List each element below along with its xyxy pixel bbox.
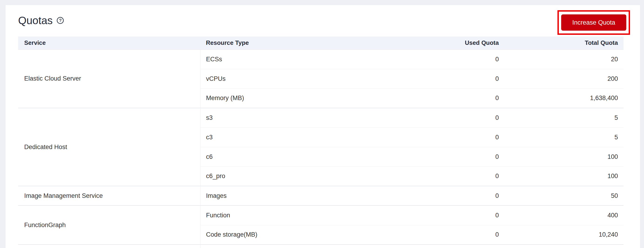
- content-panel: Quotas ? Service Resource Type Used Quot…: [6, 5, 640, 248]
- used-quota-cell: [360, 245, 499, 248]
- resource-type-cell: Function: [200, 206, 360, 225]
- total-quota-cell: 10,240: [499, 225, 624, 245]
- increase-quota-button[interactable]: Increase Quota: [561, 14, 626, 31]
- used-quota-cell: 0: [360, 89, 499, 108]
- column-header-service: Service: [18, 36, 200, 49]
- resource-type-cell: Code storage(MB): [200, 225, 360, 245]
- used-quota-cell: 0: [360, 166, 499, 186]
- resource-type-cell: c3: [200, 127, 360, 147]
- total-quota-cell: [499, 245, 624, 248]
- used-quota-cell: 0: [360, 225, 499, 245]
- table-row-partial: [18, 245, 624, 248]
- total-quota-cell: 200: [499, 69, 624, 89]
- resource-type-cell: c6: [200, 147, 360, 166]
- table-row: Dedicated Hosts305: [18, 108, 624, 127]
- total-quota-cell: 50: [499, 186, 624, 206]
- page-title: Quotas: [18, 15, 52, 26]
- table-row: Image Management ServiceImages050: [18, 186, 624, 206]
- resource-type-cell: Images: [200, 186, 360, 206]
- resource-type-cell: c6_pro: [200, 166, 360, 186]
- used-quota-cell: 0: [360, 206, 499, 225]
- resource-type-cell: ECSs: [200, 49, 360, 69]
- table-row: Elastic Cloud ServerECSs020: [18, 49, 624, 69]
- total-quota-cell: 100: [499, 147, 624, 166]
- resource-type-cell: Memory (MB): [200, 89, 360, 108]
- page-header: Quotas ?: [18, 5, 624, 27]
- used-quota-cell: 0: [360, 108, 499, 127]
- total-quota-cell: 20: [499, 49, 624, 69]
- used-quota-cell: 0: [360, 127, 499, 147]
- service-cell: Dedicated Host: [18, 108, 200, 186]
- service-cell: Image Management Service: [18, 186, 200, 206]
- column-header-total-quota: Total Quota: [499, 36, 624, 49]
- service-cell: Elastic Cloud Server: [18, 49, 200, 108]
- total-quota-cell: 1,638,400: [499, 89, 624, 108]
- help-icon[interactable]: ?: [57, 17, 64, 24]
- resource-type-cell: [200, 245, 360, 248]
- column-header-resource-type: Resource Type: [200, 36, 360, 49]
- used-quota-cell: 0: [360, 147, 499, 166]
- used-quota-cell: 0: [360, 69, 499, 89]
- table-header-row: Service Resource Type Used Quota Total Q…: [18, 36, 624, 49]
- total-quota-cell: 100: [499, 166, 624, 186]
- used-quota-cell: 0: [360, 49, 499, 69]
- resource-type-cell: vCPUs: [200, 69, 360, 89]
- service-cell: [18, 245, 200, 248]
- total-quota-cell: 5: [499, 108, 624, 127]
- table-row: FunctionGraphFunction0400: [18, 206, 624, 225]
- column-header-used-quota: Used Quota: [360, 36, 499, 49]
- used-quota-cell: 0: [360, 186, 499, 206]
- service-cell: FunctionGraph: [18, 206, 200, 245]
- resource-type-cell: s3: [200, 108, 360, 127]
- annotation-highlight: Increase Quota: [558, 10, 630, 35]
- quota-table-body: Elastic Cloud ServerECSs020vCPUs0200Memo…: [18, 49, 624, 248]
- quota-table: Service Resource Type Used Quota Total Q…: [18, 36, 624, 248]
- total-quota-cell: 5: [499, 127, 624, 147]
- total-quota-cell: 400: [499, 206, 624, 225]
